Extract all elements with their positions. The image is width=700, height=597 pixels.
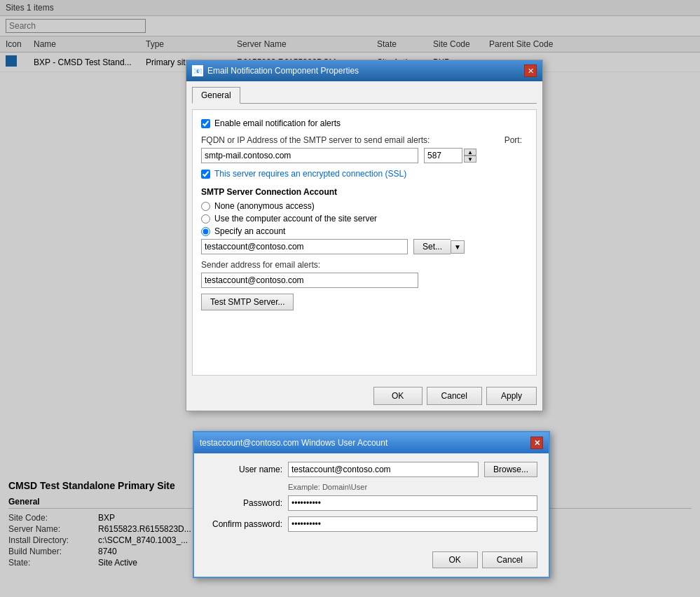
user-ok-button[interactable]: OK bbox=[432, 551, 478, 568]
radio-computer-row: Use the computer account of the site ser… bbox=[201, 214, 528, 224]
account-input-row: Set... ▼ bbox=[201, 239, 528, 254]
enable-email-checkbox[interactable] bbox=[201, 119, 210, 128]
smtp-input[interactable] bbox=[201, 148, 418, 163]
user-cancel-button[interactable]: Cancel bbox=[482, 551, 537, 568]
set-button-group: Set... ▼ bbox=[413, 239, 465, 254]
email-dialog-title: Email Notification Component Properties bbox=[207, 66, 359, 76]
password-input[interactable] bbox=[288, 495, 537, 511]
port-up-button[interactable]: ▲ bbox=[464, 149, 476, 156]
username-input[interactable] bbox=[288, 462, 479, 477]
email-dialog-footer: OK Cancel Apply bbox=[186, 381, 542, 411]
radio-none-row: None (anonymous access) bbox=[201, 201, 528, 211]
confirm-password-row: Confirm password: bbox=[205, 516, 537, 532]
radio-specify-label: Specify an account bbox=[214, 226, 285, 236]
smtp-label: FQDN or IP Address of the SMTP server to… bbox=[201, 135, 528, 145]
email-dialog-body: Enable email notification for alerts FQD… bbox=[192, 109, 537, 376]
port-label-text: Port: bbox=[505, 135, 522, 145]
confirm-password-input[interactable] bbox=[288, 516, 537, 532]
account-input[interactable] bbox=[201, 239, 408, 254]
enable-checkbox-row: Enable email notification for alerts bbox=[201, 118, 528, 128]
tab-general[interactable]: General bbox=[192, 87, 240, 104]
port-group: ▲ ▼ bbox=[424, 148, 476, 163]
smtp-label-text: FQDN or IP Address of the SMTP server to… bbox=[201, 135, 430, 145]
email-apply-button[interactable]: Apply bbox=[486, 387, 537, 405]
user-account-dialog: testaccount@contoso.com Windows User Acc… bbox=[193, 431, 550, 578]
user-dialog-body: User name: Browse... Example: Domain\Use… bbox=[194, 453, 549, 546]
user-dialog-footer: OK Cancel bbox=[194, 546, 549, 577]
browse-button[interactable]: Browse... bbox=[484, 462, 537, 477]
password-row: Password: bbox=[205, 495, 537, 511]
set-button[interactable]: Set... bbox=[413, 239, 451, 254]
email-dialog-icon: 📧 bbox=[192, 65, 203, 76]
smtp-input-row: ▲ ▼ bbox=[201, 148, 528, 163]
radio-computer-label: Use the computer account of the site ser… bbox=[214, 214, 377, 224]
username-row: User name: Browse... bbox=[205, 462, 537, 477]
test-smtp-button[interactable]: Test SMTP Server... bbox=[201, 294, 294, 310]
tab-bar: General bbox=[192, 87, 537, 104]
radio-none[interactable] bbox=[201, 202, 210, 211]
enable-email-label: Enable email notification for alerts bbox=[214, 118, 341, 128]
radio-specify-row: Specify an account bbox=[201, 226, 528, 236]
ssl-checkbox[interactable] bbox=[201, 170, 210, 179]
email-dialog-content: General Enable email notification for al… bbox=[186, 81, 542, 381]
sender-input[interactable] bbox=[201, 273, 418, 288]
email-dialog-close-button[interactable]: ✕ bbox=[524, 64, 537, 77]
confirm-password-label: Confirm password: bbox=[205, 519, 282, 529]
port-spinner: ▲ ▼ bbox=[464, 149, 476, 163]
radio-none-label: None (anonymous access) bbox=[214, 201, 315, 211]
email-ok-button[interactable]: OK bbox=[373, 387, 423, 405]
email-notification-dialog: 📧 Email Notification Component Propertie… bbox=[186, 60, 543, 411]
radio-specify[interactable] bbox=[201, 227, 210, 236]
username-label: User name: bbox=[205, 465, 282, 474]
ssl-label: This server requires an encrypted connec… bbox=[214, 169, 406, 179]
ssl-checkbox-row: This server requires an encrypted connec… bbox=[201, 169, 528, 179]
title-left: 📧 Email Notification Component Propertie… bbox=[192, 65, 359, 76]
port-input[interactable] bbox=[424, 148, 462, 163]
user-dialog-close-button[interactable]: ✕ bbox=[530, 437, 543, 449]
email-dialog-titlebar: 📧 Email Notification Component Propertie… bbox=[186, 60, 542, 81]
connection-account-label: SMTP Server Connection Account bbox=[201, 187, 528, 197]
radio-computer[interactable] bbox=[201, 214, 210, 224]
password-label: Password: bbox=[205, 498, 282, 508]
user-dialog-titlebar: testaccount@contoso.com Windows User Acc… bbox=[194, 432, 549, 453]
sender-label: Sender address for email alerts: bbox=[201, 260, 528, 270]
port-down-button[interactable]: ▼ bbox=[464, 156, 476, 163]
user-dialog-title: testaccount@contoso.com Windows User Acc… bbox=[200, 438, 387, 448]
example-text: Example: Domain\User bbox=[288, 483, 537, 491]
email-cancel-button[interactable]: Cancel bbox=[427, 387, 482, 405]
set-dropdown-button[interactable]: ▼ bbox=[451, 240, 465, 254]
